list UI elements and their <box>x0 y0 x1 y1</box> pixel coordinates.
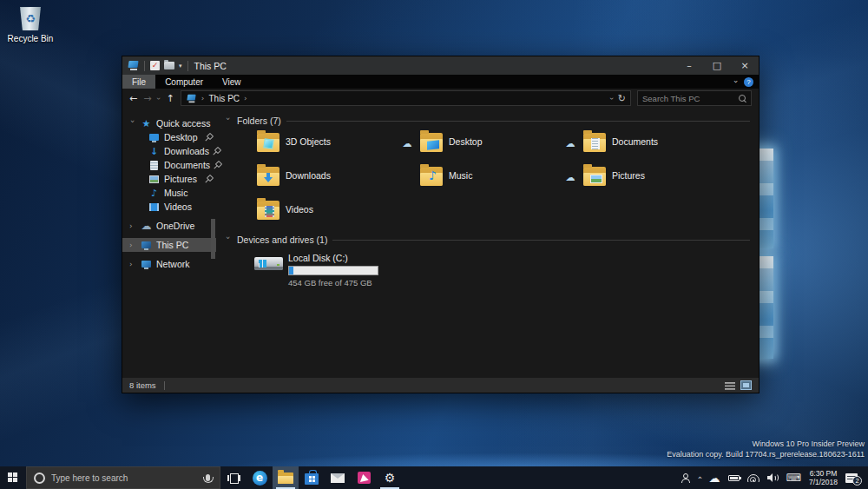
section-header-devices[interactable]: › Devices and drives (1) <box>225 232 750 248</box>
title-bar[interactable]: ✓ ▾ This PC – □ × <box>122 56 759 75</box>
onedrive-icon: ☁ <box>141 220 152 232</box>
tab-computer[interactable]: Computer <box>155 75 213 89</box>
file-explorer-icon <box>278 472 293 484</box>
clock-date: 7/1/2018 <box>809 478 838 486</box>
up-button[interactable]: ↑ <box>167 93 174 104</box>
sidebar-scrollbar[interactable] <box>210 108 216 378</box>
sidebar-item-network[interactable]: › Network <box>122 257 216 271</box>
sidebar-item-pictures[interactable]: Pictures <box>122 172 216 186</box>
navigation-pane: › ★ Quick access Desktop ↓ Downloads Doc… <box>122 108 216 378</box>
folder-tile-videos[interactable]: Videos <box>231 196 394 230</box>
recycle-bin-icon: ♻ <box>20 7 41 30</box>
folder-icon: ♪ <box>420 167 443 186</box>
onedrive-tray-icon[interactable]: ☁ <box>709 472 720 485</box>
mail-button[interactable] <box>325 466 351 489</box>
star-icon: ★ <box>142 118 151 129</box>
store-button[interactable] <box>299 466 325 489</box>
taskbar-search-input[interactable] <box>51 473 200 483</box>
task-view-button[interactable] <box>220 466 247 489</box>
chevron-down-icon[interactable]: › <box>224 117 233 124</box>
settings-button[interactable]: ⚙ <box>377 466 403 489</box>
scrollbar-thumb[interactable] <box>211 219 215 259</box>
sidebar-item-documents[interactable]: Documents <box>122 158 216 172</box>
maximize-button[interactable]: □ <box>703 56 731 75</box>
refresh-button[interactable]: ↻ <box>618 93 626 104</box>
people-icon[interactable] <box>681 473 690 483</box>
large-icons-view-button[interactable] <box>740 380 752 390</box>
search-input[interactable] <box>642 94 739 103</box>
address-dropdown-button[interactable]: › <box>608 96 615 99</box>
folder-icon <box>257 201 279 220</box>
back-button[interactable]: ← <box>129 93 137 104</box>
items-view: › Folders (7) 3D Objects ☁ Desktop <box>216 108 759 378</box>
pictures-icon <box>149 175 159 183</box>
sidebar-item-onedrive[interactable]: › ☁ OneDrive <box>122 219 216 233</box>
sidebar-item-desktop[interactable]: Desktop <box>122 130 216 144</box>
minimize-button[interactable]: – <box>675 56 703 75</box>
edge-button[interactable]: e <box>247 466 273 489</box>
sidebar-item-videos[interactable]: Videos <box>122 200 216 214</box>
customize-toolbar-dropdown[interactable]: ▾ <box>179 63 182 69</box>
volume-icon[interactable] <box>767 473 779 482</box>
this-pc-icon <box>187 94 196 102</box>
recent-locations-dropdown[interactable]: › <box>155 96 163 99</box>
chevron-down-icon[interactable]: › <box>224 236 233 243</box>
documents-icon <box>150 161 158 170</box>
taskbar-clock[interactable]: 6:30 PM 7/1/2018 <box>809 469 838 486</box>
search-box[interactable] <box>637 90 752 106</box>
expand-ribbon-button[interactable]: › <box>732 80 740 83</box>
forward-button[interactable]: → <box>143 93 151 104</box>
watermark-line2: Evaluation copy. Build 17704.rs_prerelea… <box>667 449 865 459</box>
tab-view[interactable]: View <box>213 75 251 89</box>
close-button[interactable]: × <box>731 56 759 75</box>
chevron-right-icon[interactable]: › <box>129 221 136 230</box>
sidebar-item-music[interactable]: ♪ Music <box>122 186 216 200</box>
folder-icon <box>257 133 279 152</box>
breadcrumb-this-pc[interactable]: This PC <box>208 94 240 103</box>
breadcrumb-separator: › <box>244 94 247 102</box>
chevron-right-icon[interactable]: › <box>129 241 136 249</box>
details-view-button[interactable] <box>725 381 735 390</box>
section-header-folders[interactable]: › Folders (7) <box>225 113 750 129</box>
properties-button[interactable]: ✓ <box>150 61 160 70</box>
search-icon[interactable] <box>739 95 746 102</box>
paint3d-button[interactable] <box>351 466 377 489</box>
drive-name: Local Disk (C:) <box>288 253 378 263</box>
drive-tile-local-disk-c[interactable]: Local Disk (C:) 454 GB free of 475 GB <box>231 251 394 287</box>
new-folder-button[interactable] <box>164 62 174 69</box>
sidebar-item-downloads[interactable]: ↓ Downloads <box>122 144 216 158</box>
sidebar-item-quick-access[interactable]: › ★ Quick access <box>122 116 216 130</box>
folder-tile-3d-objects[interactable]: 3D Objects <box>231 129 394 162</box>
tab-file[interactable]: File <box>122 75 155 89</box>
folder-tile-documents[interactable]: ☁ Documents <box>557 129 720 162</box>
document-icon <box>591 138 600 149</box>
drive-usage-bar <box>288 266 378 275</box>
desktop-screen-icon <box>427 140 439 149</box>
show-hidden-icons-button[interactable]: › <box>695 476 704 479</box>
file-explorer-button[interactable] <box>273 466 299 489</box>
help-button[interactable]: ? <box>744 77 753 87</box>
folder-icon <box>420 133 443 152</box>
music-note-icon: ♪ <box>429 169 437 182</box>
folder-tile-desktop[interactable]: ☁ Desktop <box>394 129 557 162</box>
microphone-icon[interactable] <box>206 474 210 481</box>
touch-keyboard-icon[interactable]: ⌨ <box>786 472 801 483</box>
folder-tile-music[interactable]: ♪ Music <box>394 162 557 196</box>
action-center-button[interactable]: 2 <box>845 473 858 483</box>
hard-drive-icon <box>254 254 283 274</box>
breadcrumb-separator: › <box>201 94 205 102</box>
wifi-icon[interactable] <box>747 474 760 482</box>
divider <box>187 61 188 71</box>
address-bar[interactable]: › This PC › › ↻ <box>181 90 631 106</box>
folder-tile-downloads[interactable]: Downloads <box>231 162 394 196</box>
chevron-down-icon[interactable]: › <box>128 120 137 127</box>
battery-icon[interactable] <box>728 475 740 481</box>
folder-tile-pictures[interactable]: ☁ Pictures <box>557 162 720 196</box>
start-button[interactable] <box>0 466 26 489</box>
taskbar-search-box[interactable] <box>26 466 220 489</box>
navigation-bar: ← → › ↑ › This PC › › ↻ <box>122 89 759 108</box>
chevron-right-icon[interactable]: › <box>129 260 136 268</box>
sidebar-item-this-pc[interactable]: › This PC <box>122 238 216 252</box>
recycle-bin-shortcut[interactable]: ♻ Recycle Bin <box>5 7 56 43</box>
window-title: This PC <box>194 61 227 71</box>
